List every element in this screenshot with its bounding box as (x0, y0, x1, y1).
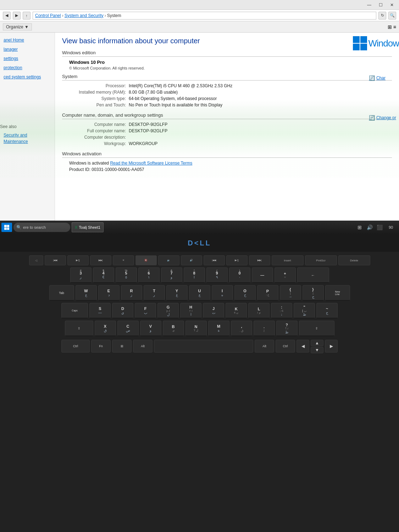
fn-f9[interactable]: ▶/|| (226, 255, 248, 265)
refresh-button[interactable]: ↻ (378, 12, 386, 20)
forward-button[interactable]: ▶ (13, 12, 21, 20)
address-path[interactable]: Control Panel › System and Security › Sy… (33, 12, 376, 20)
key-g[interactable]: G y J ل (157, 303, 179, 318)
fn-delete[interactable]: Delete (338, 255, 370, 265)
key-7[interactable]: &7 و (161, 267, 182, 283)
volume-icon[interactable]: 🔊 (366, 223, 373, 231)
key-quote[interactable]: " ‖ ب ظ (294, 303, 315, 318)
key-alt[interactable]: Alt (133, 340, 153, 353)
key-left-arrow[interactable]: ◀ (297, 340, 309, 353)
key-n[interactable]: N T ل (185, 321, 207, 336)
change-settings-link[interactable]: 🔄 Char (369, 75, 396, 81)
key-r[interactable]: Rز (121, 285, 142, 301)
key-r3[interactable]: #3 ر (70, 267, 92, 283)
key-backspace[interactable]: ← (297, 267, 329, 283)
key-4[interactable]: $4 € (93, 267, 114, 283)
key-rbracket[interactable]: }] ج (303, 285, 324, 301)
key-minus[interactable]: — (252, 267, 273, 283)
fn-f2[interactable]: ▶/|| (67, 255, 89, 265)
key-h[interactable]: H † I ا (180, 303, 201, 318)
key-m[interactable]: Mة (208, 321, 229, 336)
key-j[interactable]: Jت (203, 303, 224, 318)
fn-f8[interactable]: |◀◀ (204, 255, 225, 265)
sidebar-item-panel-home[interactable]: anel Home (0, 35, 55, 45)
key-d[interactable]: Dي (112, 303, 133, 318)
key-6[interactable]: ^6 ١ (138, 267, 160, 283)
key-tilde[interactable]: ~ ج (316, 303, 338, 318)
key-caps[interactable]: Caps (61, 303, 88, 318)
sidebar-item-security-maintenance[interactable]: Security and Maintenance (0, 131, 55, 146)
key-space[interactable] (154, 340, 253, 353)
key-plus[interactable]: + = (275, 267, 296, 283)
close-button[interactable]: ✕ (386, 1, 398, 9)
key-right-arrow[interactable]: ▶ (325, 340, 338, 353)
key-s[interactable]: S— (89, 303, 111, 318)
fn-back-key[interactable]: ◁ (29, 255, 43, 265)
organize-button[interactable]: Organize ▼ (3, 23, 32, 31)
sidebar-item-manager[interactable]: lanager (0, 45, 55, 54)
sidebar-item-settings[interactable]: settings (0, 54, 55, 63)
key-i[interactable]: Iه (212, 285, 233, 301)
key-shift-right[interactable]: ⇧ (299, 321, 334, 336)
key-period[interactable]: . j (254, 321, 275, 336)
key-t[interactable]: Tر (144, 285, 165, 301)
battery-icon[interactable]: ⬛ (376, 223, 383, 231)
back-button[interactable]: ◀ (3, 12, 11, 20)
network-icon[interactable]: ⊞ (356, 223, 364, 231)
key-u[interactable]: Uع (189, 285, 210, 301)
key-0[interactable]: )0 ۰ (229, 267, 250, 283)
clock[interactable]: 90 (386, 223, 396, 231)
key-5[interactable]: %5 ٥ (116, 267, 137, 283)
fn-f7[interactable]: 🔊 (181, 255, 202, 265)
key-down-arrow[interactable]: ▼ (311, 347, 323, 353)
key-ctrl-right[interactable]: Ctrl (276, 340, 295, 353)
key-alt-right[interactable]: Alt (255, 340, 274, 353)
key-up-arrow[interactable]: ▲ (311, 340, 323, 346)
up-button[interactable]: ↑ (23, 12, 31, 20)
key-comma[interactable]: ، . ق (231, 321, 252, 336)
fn-f5[interactable]: 🔇 (135, 255, 157, 265)
workgroup-label: Workgroup: (69, 141, 126, 146)
key-w[interactable]: Wع (76, 285, 97, 301)
key-c[interactable]: Cص (117, 321, 139, 336)
key-e[interactable]: Eذ (98, 285, 120, 301)
key-ctrl-left[interactable]: Ctrl (61, 340, 90, 353)
taskbar-search[interactable]: 🔍 ere to search (13, 223, 70, 232)
fn-f3[interactable]: ▶▶| (90, 255, 111, 265)
fn-insert[interactable]: Insert (272, 255, 304, 265)
search-button[interactable]: 🔍 (388, 12, 396, 20)
key-9[interactable]: (9 ٩ (206, 267, 228, 283)
fn-f6[interactable]: 🔉 (158, 255, 179, 265)
key-v[interactable]: Vو (140, 321, 161, 336)
change-product-link[interactable]: 🔄 Change pr (369, 115, 396, 121)
sidebar-item-protection[interactable]: protection (0, 63, 55, 72)
fn-f10[interactable]: ▶▶| (249, 255, 270, 265)
key-y[interactable]: Yغ (166, 285, 188, 301)
key-shift-left[interactable]: ⇧ (65, 321, 93, 336)
start-button[interactable] (1, 223, 12, 232)
key-f[interactable]: Fب (135, 303, 156, 318)
key-l[interactable]: L / م (248, 303, 270, 318)
fn-f1[interactable]: |◀◀ (45, 255, 66, 265)
view-toggle[interactable]: ⊞ ≡ (388, 24, 396, 30)
minimize-button[interactable]: — (364, 1, 375, 9)
key-newline[interactable]: NewLine (325, 285, 350, 301)
key-b[interactable]: B ي (163, 321, 184, 336)
maximize-button[interactable]: ☐ (375, 1, 386, 9)
fn-f4[interactable]: ✕ (113, 255, 134, 265)
sidebar-item-advanced[interactable]: ced system settings (0, 72, 55, 82)
key-tab[interactable]: Tab (49, 285, 74, 301)
key-8[interactable]: *8 ا (184, 267, 205, 283)
taskbar-app-excel[interactable]: X Toalj Sheet1 (72, 222, 104, 232)
key-colon[interactable]: : ; S ↓ (271, 303, 292, 318)
key-fn[interactable]: Fn (91, 340, 111, 353)
key-x[interactable]: Xق (95, 321, 116, 336)
key-lbracket[interactable]: {[ → (280, 285, 301, 301)
license-terms-link[interactable]: Read the Microsoft Software License Term… (110, 161, 192, 166)
fn-prtscr[interactable]: PrntScr (305, 255, 337, 265)
key-k[interactable]: K ¢ ن (226, 303, 247, 318)
key-o[interactable]: Oخ (234, 285, 256, 301)
key-slash[interactable]: ? ؟ / ظ (276, 321, 298, 336)
key-p[interactable]: P : ح (257, 285, 278, 301)
key-win[interactable]: ⊞ (112, 340, 132, 353)
